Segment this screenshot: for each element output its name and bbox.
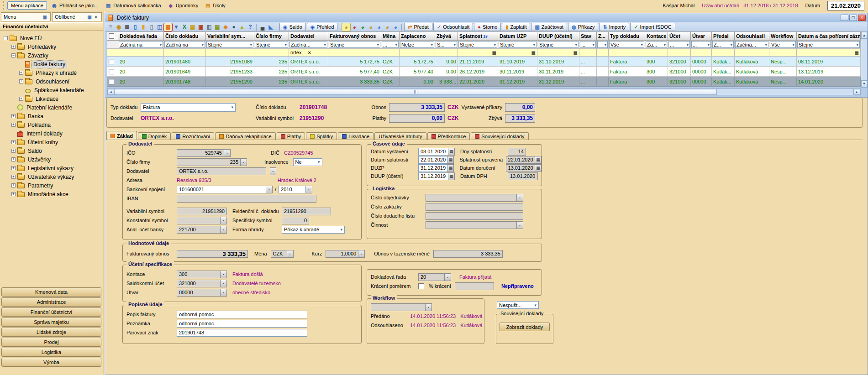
- sidebar-item-závazky[interactable]: −Závazky: [0, 51, 103, 60]
- close-button[interactable]: ×: [858, 15, 866, 21]
- tab-menu[interactable]: Menu ▣: [1, 12, 51, 21]
- lookup-icon[interactable]: ▪: [221, 280, 227, 287]
- lookup-icon[interactable]: ▪: [241, 158, 247, 166]
- lookup-icon[interactable]: ▪: [221, 217, 227, 224]
- row-select-cell[interactable]: [107, 67, 118, 77]
- browse-icon[interactable]: ◉: [115, 23, 123, 31]
- column-header-variabilní-sym[interactable]: Variabilní sym...: [206, 32, 254, 41]
- popis-faktury-field[interactable]: odborná pomoc: [177, 311, 307, 318]
- column-filter-dropdown-typ-dokladu[interactable]: Vše▾: [609, 41, 644, 48]
- expand-icon[interactable]: +: [11, 157, 16, 161]
- duup-field[interactable]: 31.12.2019: [418, 172, 448, 180]
- relations-icon[interactable]: ◧: [205, 23, 213, 31]
- lookup-icon[interactable]: ▪: [426, 303, 432, 311]
- sidebar-item-došlé-faktury[interactable]: Došlé faktury: [0, 60, 103, 68]
- column-search-duup-účetní[interactable]: ▦: [537, 49, 579, 57]
- horizontal-scrollbar[interactable]: ◂ ▸: [107, 89, 861, 95]
- column-search-datum-uzp[interactable]: ▦: [498, 49, 537, 57]
- checklist-icon[interactable]: ▤: [213, 23, 221, 31]
- column-header-duup-účetní[interactable]: DUUP (účetní): [537, 32, 579, 41]
- column-search-typ-dokladu[interactable]: [609, 49, 645, 57]
- mena-field[interactable]: CZK: [271, 250, 287, 258]
- clear-search-icon[interactable]: ×: [308, 50, 310, 55]
- cislo-zakazky-field[interactable]: [426, 203, 523, 211]
- column-filter-dropdown-variabilní-sym[interactable]: Stejné▾: [206, 41, 253, 48]
- sidebar-item-banka[interactable]: +Banka: [0, 112, 103, 120]
- column-header-splatnost[interactable]: Splatnost1▾: [458, 32, 498, 41]
- sidebar-item-legislativní-výkazy[interactable]: +Legislativní výkazy: [0, 164, 103, 172]
- module-button-kmenová-data[interactable]: Kmenová data: [1, 287, 101, 297]
- kod-banky-field[interactable]: 2010: [279, 186, 306, 193]
- vertical-scrollbar[interactable]: ▲ ▼: [861, 31, 868, 88]
- menu-datumová-kalkulačka[interactable]: ▦Datumová kalkulačka: [103, 1, 163, 10]
- column-header-zaplaceno[interactable]: Zaplaceno: [400, 32, 435, 41]
- column-header-měna[interactable]: Měna: [381, 32, 400, 41]
- menu-menu-aplikace[interactable]: Menu aplikace: [7, 1, 47, 10]
- column-filter-dropdown-zbývá[interactable]: S...▾: [436, 41, 457, 48]
- column-search-předal[interactable]: [712, 49, 735, 57]
- column-header-číslo-dokladu[interactable]: Číslo dokladu: [164, 32, 206, 41]
- quick-edit-icon[interactable]: ▤: [189, 23, 197, 31]
- calculator-icon[interactable]: ▦: [855, 50, 859, 55]
- web-icon[interactable]: ●: [230, 23, 238, 31]
- row-select-cell[interactable]: [107, 77, 118, 87]
- action-button-zaúčtovat[interactable]: ▥Zaúčtovat: [531, 23, 567, 31]
- tab-základ[interactable]: Základ: [106, 131, 137, 140]
- sidebar-item-saldo[interactable]: +Saldo: [0, 146, 103, 155]
- scroll-right-icon[interactable]: ▸: [853, 89, 860, 95]
- sidebar-item-mimořádné-akce[interactable]: +Mimořádné akce: [0, 190, 103, 198]
- sidebar-item-pohledávky[interactable]: +Pohledávky: [0, 42, 103, 51]
- new-record-icon[interactable]: ▯: [131, 23, 139, 31]
- delete-record-icon[interactable]: ▯: [147, 23, 156, 31]
- action-button-importy[interactable]: ⇅Importy: [599, 23, 629, 31]
- lookup-icon[interactable]: ▪: [306, 186, 312, 193]
- iban-field[interactable]: [177, 195, 316, 203]
- lookup-icon[interactable]: ▪: [517, 221, 523, 229]
- lookup-icon[interactable]: ▪: [221, 271, 227, 278]
- sidebar-item-splátkové-kalendáře[interactable]: Splátkové kalendáře: [0, 86, 103, 94]
- cinnost-field[interactable]: [426, 221, 517, 229]
- minimize-button[interactable]: –: [841, 15, 848, 21]
- expand-icon[interactable]: +: [11, 149, 16, 153]
- select-all-header[interactable]: [107, 32, 118, 41]
- dokladova-rada-field[interactable]: 20: [418, 273, 445, 281]
- column-header-číslo-firmy[interactable]: Číslo firmy: [254, 32, 289, 41]
- tab-rozúčtování[interactable]: Rozúčtování: [172, 132, 214, 140]
- poznamka-field[interactable]: odborná pomoc: [177, 320, 307, 328]
- print-icon[interactable]: ▄: [258, 23, 267, 31]
- column-search-z[interactable]: [597, 49, 609, 57]
- expand-icon[interactable]: +: [19, 79, 23, 83]
- action-button-import-isdoc[interactable]: ✓Import ISDOC: [630, 23, 675, 31]
- sidebar-item-uzávěrky[interactable]: +Uzávěrky: [0, 155, 103, 164]
- column-header-dodavatel[interactable]: Dodavatel: [289, 32, 328, 41]
- column-search-workflow[interactable]: [769, 49, 797, 57]
- datum-doruceni-field[interactable]: 13.01.2020: [506, 164, 535, 172]
- kontace-field[interactable]: 300: [177, 271, 221, 278]
- sidebar-item-platební-kalendáře[interactable]: Platební kalendáře: [0, 103, 103, 112]
- cislo-firmy-field[interactable]: 235: [177, 158, 241, 166]
- procent-kraceni-field[interactable]: [455, 282, 494, 290]
- column-filter-dropdown-účet[interactable]: ...▾: [668, 41, 690, 48]
- maximize-button[interactable]: □: [849, 15, 857, 21]
- lookup-icon[interactable]: ▪: [270, 167, 276, 175]
- pie-filter-2-icon[interactable]: ◕: [350, 23, 358, 31]
- column-search-fakturovaný-obnos[interactable]: [328, 49, 381, 57]
- column-filter-dropdown-workflow[interactable]: Vše▾: [770, 41, 796, 48]
- lookup-icon[interactable]: ▪: [517, 194, 523, 202]
- column-search-dodavatel[interactable]: ortex×: [289, 49, 328, 57]
- column-search-datum-a-čas-pořízení-záznamu[interactable]: ▦: [797, 49, 861, 57]
- scroll-up-icon[interactable]: ▲: [861, 32, 867, 39]
- copy-record-icon[interactable]: ◫: [156, 23, 164, 31]
- pyramid-icon[interactable]: ▲: [238, 23, 246, 31]
- lookup-icon[interactable]: ▪: [358, 250, 365, 258]
- current-date-field[interactable]: 21.02.2020: [827, 1, 864, 10]
- list-view-icon[interactable]: ≡: [106, 23, 115, 31]
- tab-související-doklady[interactable]: Související doklady: [471, 132, 528, 140]
- calculator-icon[interactable]: ▦: [573, 50, 578, 55]
- workflow-stav-select[interactable]: Nespušt...▾: [497, 301, 539, 309]
- column-filter-dropdown-měna[interactable]: ...▾: [382, 41, 399, 48]
- calculator-icon[interactable]: ▦: [531, 50, 536, 55]
- dodavatel-field[interactable]: ORTEX s.r.o.: [177, 167, 266, 175]
- action-button-zaplatit[interactable]: ▮Zaplatit: [502, 23, 530, 31]
- calendar-icon[interactable]: ▦: [447, 164, 454, 172]
